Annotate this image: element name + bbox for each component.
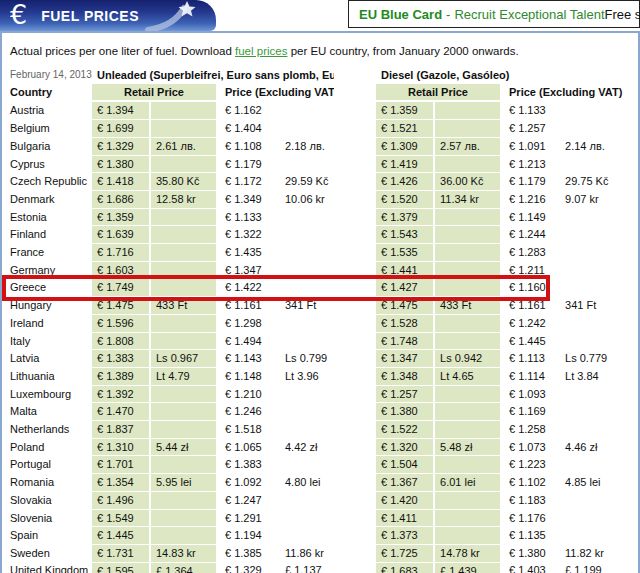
diesel-retail-local-cell: Ls 0.942 xyxy=(434,350,501,368)
unleaded-exvat-local-cell xyxy=(278,421,334,439)
unleaded-exvat-eur-cell: € 1.385 xyxy=(217,544,278,562)
intro-before: Actual prices per one liter of fuel. Dow… xyxy=(10,45,235,57)
unleaded-retail-eur-cell: € 1.310 xyxy=(92,438,150,456)
gap-cell xyxy=(334,226,376,244)
country-cell: Malta xyxy=(2,403,92,421)
diesel-exvat-local-cell xyxy=(558,421,630,439)
country-cell: United Kingdom xyxy=(2,562,92,573)
promo-separator: - xyxy=(446,7,450,22)
unleaded-retail-eur-cell: € 1.329 xyxy=(92,137,150,155)
unleaded-exvat-local-cell xyxy=(278,491,334,509)
table-row: Poland € 1.310 5.44 zł € 1.065 4.42 zł €… xyxy=(2,438,630,456)
unleaded-retail-eur-cell: € 1.354 xyxy=(92,474,150,492)
diesel-retail-local-cell: 11.34 kr xyxy=(434,190,501,208)
unleaded-exvat-local-cell xyxy=(278,314,334,332)
unleaded-retail-eur-cell: € 1.359 xyxy=(92,208,150,226)
unleaded-retail-eur-cell: € 1.603 xyxy=(92,261,150,279)
unleaded-exvat-local-cell xyxy=(278,208,334,226)
diesel-retail-local-cell xyxy=(434,403,501,421)
country-cell: Sweden xyxy=(2,544,92,562)
gap-cell xyxy=(334,314,376,332)
diesel-exvat-eur-cell: € 1.149 xyxy=(501,208,558,226)
diesel-exvat-local-cell: 2.14 лв. xyxy=(558,137,630,155)
app-header-bar: € FUEL PRICES xyxy=(0,0,216,31)
unleaded-exvat-eur-cell: € 1.179 xyxy=(217,155,278,173)
unleaded-retail-local-cell: 14.83 kr xyxy=(150,544,217,562)
gap-cell xyxy=(334,137,376,155)
unleaded-exvat-local-cell xyxy=(278,385,334,403)
unleaded-retail-local-cell: 12.58 kr xyxy=(150,190,217,208)
diesel-retail-eur-cell: € 1.725 xyxy=(376,544,434,562)
unleaded-exvat-eur-cell: € 1.404 xyxy=(217,120,278,138)
table-row: Hungary € 1.475 433 Ft € 1.161 341 Ft € … xyxy=(2,297,630,315)
unleaded-exvat-local-cell xyxy=(278,527,334,545)
diesel-retail-eur-cell: € 1.359 xyxy=(376,101,434,119)
unleaded-retail-eur-cell: € 1.549 xyxy=(92,509,150,527)
unleaded-exvat-eur-cell: € 1.291 xyxy=(217,509,278,527)
country-cell: Greece xyxy=(2,279,92,297)
unleaded-retail-eur-cell: € 1.470 xyxy=(92,403,150,421)
country-cell: Austria xyxy=(2,101,92,119)
unleaded-retail-eur-cell: € 1.394 xyxy=(92,101,150,119)
diesel-retail-eur-cell: € 1.419 xyxy=(376,155,434,173)
unleaded-retail-eur-cell: € 1.392 xyxy=(92,385,150,403)
country-cell: Romania xyxy=(2,474,92,492)
diesel-exvat-eur-cell: € 1.183 xyxy=(501,491,558,509)
unleaded-exvat-eur-cell: € 1.108 xyxy=(217,137,278,155)
diesel-retail-eur-cell: € 1.520 xyxy=(376,190,434,208)
fuel-prices-download-link[interactable]: fuel prices xyxy=(235,45,287,57)
diesel-exvat-local-cell: 4.85 lei xyxy=(558,474,630,492)
diesel-exvat-eur-cell: € 1.244 xyxy=(501,226,558,244)
country-cell: Hungary xyxy=(2,297,92,315)
unleaded-exvat-eur-cell: € 1.422 xyxy=(217,279,278,297)
diesel-retail-local-cell: Lt 4.65 xyxy=(434,367,501,385)
table-row: Austria € 1.394 € 1.162 € 1.359 € 1.133 xyxy=(2,101,630,119)
unleaded-exvat-eur-cell: € 1.518 xyxy=(217,421,278,439)
country-cell: Poland xyxy=(2,438,92,456)
diesel-exvat-header: Price (Excluding VAT) xyxy=(501,84,630,102)
diesel-exvat-local-cell: 29.75 Kč xyxy=(558,173,630,191)
gap-cell xyxy=(334,173,376,191)
gap-cell xyxy=(334,208,376,226)
table-row: Romania € 1.354 5.95 lei € 1.092 4.80 le… xyxy=(2,474,630,492)
diesel-exvat-eur-cell: € 1.283 xyxy=(501,244,558,262)
unleaded-exvat-local-cell xyxy=(278,101,334,119)
diesel-retail-local-cell xyxy=(434,279,501,297)
unleaded-exvat-local-cell: 4.80 lei xyxy=(278,474,334,492)
diesel-exvat-local-cell: £ 1.199 xyxy=(558,562,630,573)
diesel-exvat-eur-cell: € 1.257 xyxy=(501,120,558,138)
table-row: Finland € 1.639 € 1.322 € 1.543 € 1.244 xyxy=(2,226,630,244)
diesel-retail-eur-cell: € 1.380 xyxy=(376,403,434,421)
diesel-exvat-eur-cell: € 1.073 xyxy=(501,438,558,456)
unleaded-retail-local-cell xyxy=(150,332,217,350)
unleaded-retail-local-cell: 5.44 zł xyxy=(150,438,217,456)
gap-cell xyxy=(334,544,376,562)
diesel-exvat-eur-cell: € 1.380 xyxy=(501,544,558,562)
eu-blue-card-link[interactable]: EU Blue Card xyxy=(359,7,442,22)
fuel-price-table: February 14, 2013 Unleaded (Superbleifre… xyxy=(2,67,630,573)
diesel-exvat-eur-cell: € 1.176 xyxy=(501,509,558,527)
unleaded-retail-local-cell xyxy=(150,403,217,421)
unleaded-exvat-local-cell: 10.06 kr xyxy=(278,190,334,208)
diesel-exvat-eur-cell: € 1.242 xyxy=(501,314,558,332)
table-row: Germany € 1.603 € 1.347 € 1.441 € 1.211 xyxy=(2,261,630,279)
table-row: Belgium € 1.699 € 1.404 € 1.521 € 1.257 xyxy=(2,120,630,138)
diesel-retail-eur-cell: € 1.379 xyxy=(376,208,434,226)
country-cell: Portugal xyxy=(2,456,92,474)
diesel-exvat-local-cell xyxy=(558,332,630,350)
table-row: Netherlands € 1.837 € 1.518 € 1.522 € 1.… xyxy=(2,421,630,439)
unleaded-retail-local-cell xyxy=(150,101,217,119)
diesel-exvat-local-cell: 11.82 kr xyxy=(558,544,630,562)
table-row: Luxembourg € 1.392 € 1.210 € 1.257 € 1.0… xyxy=(2,385,630,403)
unleaded-exvat-local-cell xyxy=(278,244,334,262)
unleaded-retail-local-cell xyxy=(150,155,217,173)
gap-cell xyxy=(334,385,376,403)
table-row: France € 1.716 € 1.435 € 1.535 € 1.283 xyxy=(2,244,630,262)
unleaded-exvat-eur-cell: € 1.383 xyxy=(217,456,278,474)
diesel-exvat-eur-cell: € 1.169 xyxy=(501,403,558,421)
unleaded-group-header: Unleaded (Superbleifrei, Euro sans plomb… xyxy=(92,67,334,84)
table-row: Latvia € 1.383 Ls 0.967 € 1.143 Ls 0.799… xyxy=(2,350,630,368)
comet-star-icon xyxy=(140,0,210,31)
free-signup-link[interactable]: Free sign-up xyxy=(605,7,640,22)
diesel-retail-local-cell xyxy=(434,208,501,226)
